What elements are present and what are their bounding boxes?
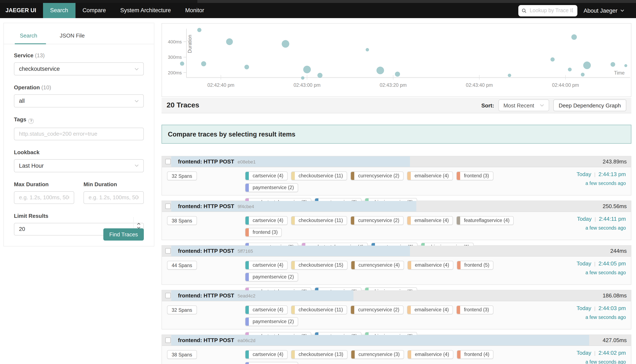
app-brand[interactable]: JAEGER UI bbox=[0, 3, 43, 18]
service-tag-label: checkoutservice (11) bbox=[295, 306, 347, 314]
service-color-swatch bbox=[245, 306, 249, 314]
service-tag-emailservice: emailservice (4) bbox=[407, 216, 453, 225]
service-color-swatch bbox=[407, 172, 411, 180]
nav-item-search[interactable]: Search bbox=[43, 3, 76, 18]
tab-search[interactable]: Search bbox=[20, 32, 37, 39]
sort-select-value: Most Recent bbox=[503, 102, 534, 108]
svg-text:Time: Time bbox=[614, 70, 624, 76]
service-tag-checkoutservice: checkoutservice (11) bbox=[291, 216, 347, 225]
svg-text:400ms: 400ms bbox=[168, 39, 182, 44]
trace-timestamp: Today|2:44:05 pm a few seconds ago bbox=[576, 260, 626, 275]
service-select[interactable]: checkoutservice bbox=[14, 62, 144, 76]
trace-date: Today bbox=[576, 350, 591, 356]
trace-time: 2:44:02 pm bbox=[598, 350, 626, 356]
service-color-swatch bbox=[408, 350, 411, 358]
service-color-swatch bbox=[245, 318, 249, 326]
about-jaeger-menu[interactable]: About Jaeger bbox=[583, 7, 624, 14]
datetime-separator: | bbox=[594, 261, 595, 267]
trace-title-group: frontend: HTTP POST e08ebe1 bbox=[178, 156, 256, 167]
service-tag-label: checkoutservice (11) bbox=[295, 172, 347, 180]
service-tag-label: currencyservice (4) bbox=[355, 261, 404, 269]
trace-datetime: Today|2:44:05 pm bbox=[576, 260, 626, 267]
trace-select-checkbox[interactable] bbox=[165, 248, 171, 254]
service-color-swatch bbox=[351, 350, 355, 358]
trace-card[interactable]: frontend: HTTP POST 9f4cbe4 250.56ms 38 … bbox=[162, 200, 631, 240]
service-color-swatch bbox=[245, 362, 249, 364]
service-color-swatch bbox=[457, 216, 460, 224]
svg-text:02:43:00 pm: 02:43:00 pm bbox=[293, 82, 321, 88]
service-tag-frontend: frontend (3) bbox=[245, 228, 282, 237]
service-tag-label: emailservice (4) bbox=[411, 306, 453, 314]
service-tag-label: currencyservice (2) bbox=[354, 172, 403, 180]
trace-card[interactable]: frontend: HTTP POST e08ebe1 243.89ms 32 … bbox=[162, 156, 631, 196]
service-color-swatch bbox=[291, 261, 295, 269]
service-color-swatch bbox=[351, 261, 355, 269]
tags-input[interactable] bbox=[14, 128, 144, 140]
nav-item-compare[interactable]: Compare bbox=[75, 3, 113, 18]
service-tag-label: checkoutservice (13) bbox=[295, 350, 347, 358]
trace-card[interactable]: frontend: HTTP POST ea06c2d 427.05ms 38 … bbox=[162, 334, 631, 364]
max-duration-field: Max Duration bbox=[14, 181, 74, 204]
window-top-strip-right bbox=[197, 0, 636, 3]
trace-card[interactable]: frontend: HTTP POST 5ead4c2 186.08ms 32 … bbox=[162, 290, 631, 330]
lookback-label: Lookback bbox=[14, 149, 144, 155]
min-duration-input[interactable] bbox=[84, 191, 144, 204]
trace-lookup bbox=[518, 5, 577, 16]
service-color-swatch bbox=[351, 306, 354, 314]
service-color-swatch bbox=[351, 172, 354, 180]
service-tag-frontend: frontend (4) bbox=[457, 350, 494, 359]
trace-select-checkbox[interactable] bbox=[165, 204, 171, 209]
trace-card-body: 32 Spans cartservice (4)checkoutservice … bbox=[162, 301, 631, 329]
lookback-select[interactable]: Last Hour bbox=[14, 159, 144, 172]
sort-select[interactable]: Most Recent bbox=[498, 100, 549, 111]
trace-title-group: frontend: HTTP POST 9f4cbe4 bbox=[178, 201, 254, 212]
compare-banner-text: Compare traces by selecting result items bbox=[168, 130, 295, 138]
service-tag-label: frontend (3) bbox=[460, 306, 493, 314]
search-sidebar: Search JSON File Service (13) checkoutse… bbox=[3, 23, 154, 246]
trace-card[interactable]: frontend: HTTP POST 5ff7165 244ms 44 Spa… bbox=[162, 245, 631, 285]
trace-relative-time: a few seconds ago bbox=[577, 226, 626, 230]
deep-dependency-graph-button[interactable]: Deep Dependency Graph bbox=[553, 100, 626, 111]
service-tag-cartservice: cartservice (4) bbox=[245, 172, 288, 180]
service-tag-emailservice: emailservice (4) bbox=[407, 261, 453, 270]
trace-timestamp: Today|2:44:13 pm a few seconds ago bbox=[576, 171, 626, 186]
trace-duration: 250.56ms bbox=[603, 201, 627, 212]
trace-date: Today bbox=[577, 216, 591, 222]
max-duration-input[interactable] bbox=[14, 191, 74, 204]
service-tag-currencyservice: currencyservice (3) bbox=[351, 350, 404, 359]
span-count-chip: 32 Spans bbox=[167, 306, 197, 314]
service-tag-label: currencyservice (2) bbox=[354, 306, 403, 314]
service-color-swatch bbox=[245, 184, 249, 192]
find-traces-button[interactable]: Find Traces bbox=[103, 228, 144, 240]
service-tag-checkoutservice: checkoutservice (11) bbox=[291, 306, 347, 314]
trace-duration: 186.08ms bbox=[603, 290, 627, 301]
service-color-swatch bbox=[457, 261, 461, 269]
service-color-swatch bbox=[291, 350, 295, 358]
trace-select-checkbox[interactable] bbox=[165, 293, 171, 298]
service-tag-checkoutservice: checkoutservice (15) bbox=[291, 261, 348, 270]
service-color-swatch bbox=[457, 350, 461, 358]
trace-duration: 243.89ms bbox=[603, 156, 627, 167]
trace-results-list: frontend: HTTP POST e08ebe1 243.89ms 32 … bbox=[162, 156, 631, 364]
service-tag-label: frontend (5) bbox=[461, 261, 493, 269]
app-root: JAEGER UI SearchCompareSystem Architectu… bbox=[0, 0, 636, 364]
service-tag-label: checkoutservice (15) bbox=[295, 261, 347, 269]
tab-json-file[interactable]: JSON File bbox=[60, 32, 85, 39]
trace-select-checkbox[interactable] bbox=[165, 338, 171, 343]
window-top-strip bbox=[0, 0, 636, 3]
service-tag-cartservice: cartservice (4) bbox=[245, 261, 288, 270]
nav-item-system-architecture[interactable]: System Architecture bbox=[113, 3, 178, 18]
nav-item-monitor[interactable]: Monitor bbox=[178, 3, 211, 18]
service-tag-cartservice: cartservice (4) bbox=[245, 216, 288, 225]
service-tag-cartservice: cartservice (4) bbox=[245, 350, 288, 359]
trace-time: 2:44:13 pm bbox=[598, 171, 626, 177]
scatter-plot[interactable]: 400ms300ms200ms02:42:40 pm02:43:00 pm02:… bbox=[162, 24, 631, 96]
help-icon[interactable]: ? bbox=[29, 118, 34, 124]
trace-lookup-input[interactable] bbox=[529, 7, 574, 14]
operation-select[interactable]: all bbox=[14, 94, 144, 108]
about-jaeger-label: About Jaeger bbox=[583, 7, 617, 14]
trace-select-checkbox[interactable] bbox=[165, 159, 171, 164]
service-color-swatch bbox=[407, 306, 411, 314]
trace-card-body: 32 Spans cartservice (4)checkoutservice … bbox=[162, 167, 631, 195]
service-field: Service (13) checkoutservice bbox=[14, 52, 144, 76]
